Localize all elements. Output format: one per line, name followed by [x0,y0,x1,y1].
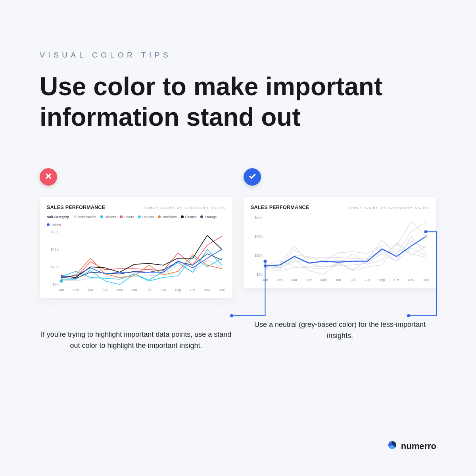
legend-item: Phones [181,215,197,219]
legend-item: Binders [100,215,116,219]
svg-text:Oct: Oct [394,278,399,282]
svg-text:Feb: Feb [277,278,283,282]
svg-point-36 [424,235,427,238]
chart-title: SALES PERFORMANCE [251,205,309,210]
bad-example-card: SALES PERFORMANCE TABLE SALES VS CATAGOR… [40,197,232,299]
svg-text:Apr: Apr [306,278,311,282]
legend-item: Chairs [120,215,134,219]
svg-text:Jul: Jul [147,288,151,292]
legend-swatch [47,223,50,226]
svg-text:Oct: Oct [190,288,196,292]
svg-text:Jun: Jun [132,288,137,292]
legend-item: Machines [158,215,177,219]
svg-point-40 [407,314,410,317]
legend-text: Machines [162,215,177,219]
svg-text:$40K: $40K [51,248,59,251]
bad-example-caption: If you're trying to highlight important … [40,329,232,351]
chart-title: SALES PERFORMANCE [47,205,105,210]
chart-subtitle: TABLE SALES VS CATAGORY SALES [144,206,225,210]
check-icon [248,172,256,182]
svg-text:Sep: Sep [175,288,181,292]
svg-text:Aug: Aug [365,278,370,282]
svg-text:$60K: $60K [51,230,59,234]
legend-item: Accessories [74,215,96,219]
svg-text:Jan: Jan [263,278,268,282]
bad-example-badge [40,168,57,186]
svg-point-35 [264,264,267,267]
svg-text:$20K: $20K [51,265,59,269]
svg-text:Dec: Dec [219,288,225,292]
legend-item: Tables [47,223,61,227]
legend-item: Storage [200,215,217,219]
svg-text:Feb: Feb [73,288,79,292]
good-example-badge [244,168,261,186]
svg-text:Dec: Dec [423,278,429,282]
svg-text:Jun: Jun [336,278,341,282]
svg-text:May: May [117,288,123,292]
svg-text:May: May [321,278,327,282]
good-example-column: SALES PERFORMANCE TABLE SALES VS CATAGOR… [244,168,436,351]
chart-subtitle: TABLE SALES VS CATAGORY SALES [348,206,429,210]
svg-text:Apr: Apr [102,288,107,292]
svg-text:Jan: Jan [59,288,64,292]
legend-text: Accessories [78,215,96,219]
svg-point-18 [60,279,63,283]
legend-text: Tables [51,223,61,227]
svg-text:Mar: Mar [88,288,94,292]
legend-swatch [158,215,161,218]
brand-icon [388,440,397,452]
legend-swatch [138,215,141,218]
svg-text:$0K: $0K [53,282,59,286]
eyebrow-label: VISUAL COLOR TIPS [40,51,436,60]
svg-text:Jul: Jul [351,278,355,282]
legend-text: Storage [205,215,217,219]
page-title: Use color to make important information … [40,71,397,132]
legend-swatch [181,215,184,218]
legend-item: Copiers [138,215,154,219]
legend-text: Chairs [124,215,134,219]
chart-legend: Sub-Category AccessoriesBindersChairsCop… [47,215,225,227]
brand-logo: numerro [388,440,436,452]
good-example-card: SALES PERFORMANCE TABLE SALES VS CATAGOR… [244,197,436,288]
close-icon [44,172,52,182]
legend-swatch [200,215,203,218]
comparison-row: SALES PERFORMANCE TABLE SALES VS CATAGOR… [40,168,436,351]
legend-text: Binders [105,215,116,219]
svg-text:$40K: $40K [255,234,263,238]
legend-swatch [100,215,103,218]
svg-text:Nov: Nov [408,278,415,282]
legend-text: Phones [185,215,197,219]
legend-label: Sub-Category [47,215,69,219]
svg-text:Nov: Nov [204,288,211,292]
legend-text: Copiers [142,215,154,219]
bad-example-column: SALES PERFORMANCE TABLE SALES VS CATAGOR… [40,168,232,351]
svg-text:$20K: $20K [255,253,263,257]
line-chart-multicolor: $0K$20K$40K$60KJanFebMarAprMayJunJulAugS… [47,229,225,293]
svg-text:$60K: $60K [255,215,263,219]
line-chart-highlight: $0K$20K$40K$60KJanFebMarAprMayJunJulAugS… [251,215,429,283]
svg-text:Mar: Mar [292,278,298,282]
legend-swatch [74,215,77,218]
svg-text:Aug: Aug [161,288,167,292]
svg-text:$0K: $0K [257,273,263,276]
brand-name: numerro [401,441,436,451]
legend-swatch [120,215,123,218]
svg-text:Sep: Sep [379,278,385,282]
good-example-caption: Use a neutral (grey-based color) for the… [244,319,436,342]
